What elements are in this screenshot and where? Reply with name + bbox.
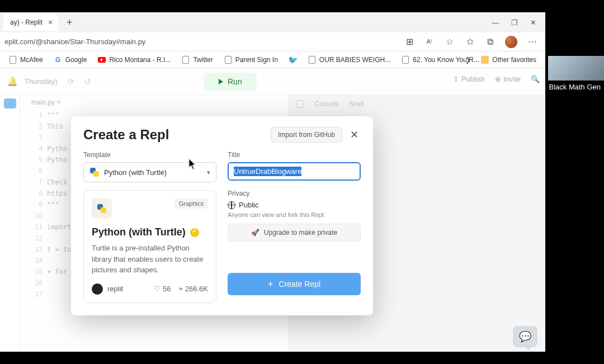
python-icon (97, 204, 107, 214)
close-icon[interactable]: ✕ (348, 126, 361, 143)
chat-bubble-icon[interactable]: 💬 (513, 326, 537, 347)
python-icon (89, 167, 100, 177)
forks-count: + 266.6K (179, 285, 208, 293)
browser-tab[interactable]: ay) - Replit × (3, 14, 58, 31)
plus-icon: + (179, 285, 183, 293)
favorites-bar-icon[interactable]: ✩ (465, 37, 475, 47)
bookmark-mcafee[interactable]: McAfee (4, 54, 48, 66)
chevron-right-icon[interactable]: ❯ (465, 56, 471, 64)
template-desc: Turtle is a pre-installed Python library… (92, 243, 208, 276)
search-icon[interactable]: 🔍 (531, 75, 540, 83)
template-value: Python (with Turtle) (104, 168, 167, 177)
url-input[interactable]: eplit.com/@shanice/Star-Thursday#main.py (4, 37, 404, 46)
collections-icon[interactable]: ⧉ (485, 37, 495, 47)
history-icon[interactable]: ↺ (84, 77, 91, 86)
tab-strip: ay) - Replit × + — ❐ ✕ (0, 12, 545, 32)
tab-shell[interactable]: Shell (349, 100, 364, 108)
privacy-block: Privacy Public Anyone can view and fork … (228, 190, 361, 242)
bell-icon[interactable]: 🔔 (7, 76, 18, 87)
more-icon[interactable]: ⋯ (527, 37, 537, 47)
read-aloud-icon[interactable]: A⁾ (424, 37, 435, 47)
tab-title: ay) - Replit (10, 18, 43, 26)
bookmark-tw-icon[interactable]: 🐦 (285, 54, 301, 66)
bookmark-babies[interactable]: OUR BABIES WEIGH... (304, 54, 395, 66)
minimize-icon[interactable]: — (492, 18, 499, 27)
line-gutter: 1234567891011121314151617 (30, 110, 43, 300)
template-footer: replit ♡ 56 + 266.6K (92, 283, 208, 295)
globe-icon (228, 201, 235, 209)
title-column: Title UntrueDrabBlogware Privacy Public … (228, 151, 361, 303)
template-column: Template Python (with Turtle) ▾ Graphics… (83, 151, 216, 303)
play-icon (219, 79, 223, 84)
window-controls: — ❐ ✕ (492, 12, 543, 32)
modal-body: Template Python (with Turtle) ▾ Graphics… (83, 151, 361, 303)
address-bar: eplit.com/@shanice/Star-Thursday#main.py… (0, 32, 545, 51)
close-window-icon[interactable]: ✕ (530, 18, 536, 27)
other-favorites[interactable]: Other favorites (476, 54, 541, 66)
bookmark-parent[interactable]: Parent Sign In (220, 54, 282, 66)
output-tabs: Console Shell (289, 95, 545, 113)
upgrade-button[interactable]: 🚀 Upgrade to make private (228, 224, 361, 242)
favorite-icon[interactable]: ☆ (445, 37, 455, 47)
overlay-label: Black Math Gen (546, 81, 605, 95)
folder-icon (481, 56, 489, 64)
modal-title: Create a Repl (83, 127, 271, 143)
overlay-thumb (548, 56, 604, 82)
privacy-subtext: Anyone can view and fork this Repl. (228, 211, 361, 218)
create-repl-modal: Create a Repl Import from GitHub ✕ Templ… (71, 116, 373, 315)
bookmark-twitter[interactable]: Twitter (177, 54, 217, 66)
template-name: Python (with Turtle) (92, 226, 208, 238)
publish-button[interactable]: ⇪ Publish (453, 75, 485, 83)
tab-close-icon[interactable]: × (56, 98, 60, 106)
tab-console[interactable]: Console (314, 100, 339, 108)
rocket-icon: 🚀 (251, 229, 259, 237)
template-thumb (92, 198, 112, 219)
author-name: replit (107, 285, 123, 293)
editor-tab[interactable]: main.py × (27, 96, 65, 108)
run-button[interactable]: Run (204, 73, 257, 91)
rail-active-item[interactable] (4, 98, 16, 108)
plus-icon: + (268, 279, 273, 289)
bookmark-google[interactable]: GGoogle (50, 54, 92, 66)
new-tab-button[interactable]: + (62, 15, 77, 30)
left-rail (0, 95, 20, 352)
verified-icon (190, 228, 199, 237)
import-github-button[interactable]: Import from GitHub (271, 127, 342, 143)
extensions-icon[interactable]: ⊞ (404, 37, 414, 47)
close-icon[interactable]: × (48, 18, 53, 27)
author-avatar (92, 283, 103, 295)
title-label: Title (228, 151, 361, 159)
invite-button[interactable]: ⊕ Invite (495, 75, 521, 83)
address-actions: ⊞ A⁾ ☆ ✩ ⧉ ⋯ (404, 36, 541, 48)
maximize-icon[interactable]: ❐ (511, 18, 518, 27)
title-input[interactable]: UntrueDrabBlogware (228, 162, 361, 181)
privacy-label: Privacy (228, 190, 361, 197)
privacy-value-row: Public (228, 201, 361, 209)
cursor-icon (189, 159, 197, 170)
bookmarks-bar: McAfee GGoogle Rico Montana - R.I... Twi… (0, 51, 545, 68)
header-right: ⇪ Publish ⊕ Invite 🔍 (453, 75, 540, 83)
likes-count: ♡ 56 (154, 285, 171, 293)
template-card[interactable]: Graphics Python (with Turtle) Turtle is … (83, 190, 216, 303)
bookmark-rico[interactable]: Rico Montana - R.I... (93, 54, 175, 66)
create-repl-button[interactable]: + Create Repl (228, 273, 361, 295)
chevron-down-icon: ▾ (207, 169, 210, 176)
profile-avatar[interactable] (505, 36, 517, 48)
modal-header: Create a Repl Import from GitHub ✕ (83, 126, 361, 143)
template-label: Template (83, 151, 216, 159)
heart-icon: ♡ (154, 285, 161, 293)
output-square-icon[interactable] (296, 100, 304, 108)
privacy-value: Public (239, 201, 258, 209)
refresh-icon[interactable]: ⟳ (68, 77, 74, 86)
category-badge: Graphics (174, 198, 208, 209)
code-area[interactable]: """ This Pytho Pytho Check https """ imp… (47, 110, 71, 289)
project-name: Thursday) (25, 77, 58, 86)
